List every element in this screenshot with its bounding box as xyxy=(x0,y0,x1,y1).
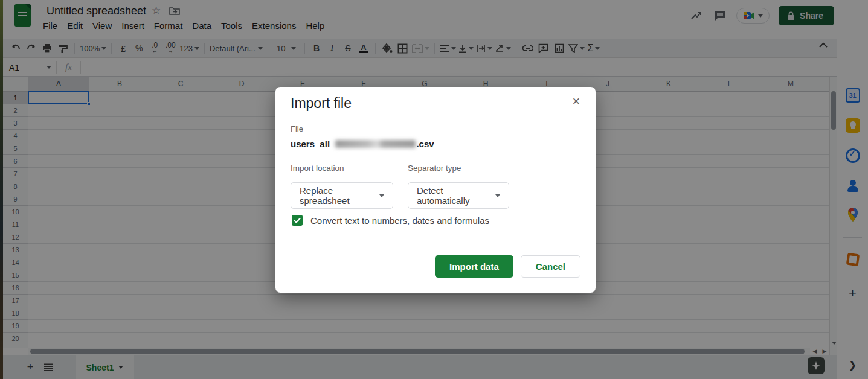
redacted-filename-segment xyxy=(335,140,416,148)
cancel-button[interactable]: Cancel xyxy=(521,255,580,278)
import-location-select[interactable]: Replace spreadsheet xyxy=(291,182,393,209)
convert-text-checkbox[interactable] xyxy=(292,215,303,226)
import-location-label: Import location xyxy=(291,164,344,173)
import-data-button[interactable]: Import data xyxy=(435,255,513,278)
import-file-dialog: Import file × File users_all_.csv Import… xyxy=(275,87,596,293)
close-icon[interactable]: × xyxy=(567,92,586,111)
filename: users_all_.csv xyxy=(291,139,434,149)
google-sheets-window: Untitled spreadsheet ☆ FileEditViewInser… xyxy=(0,0,868,379)
file-label: File xyxy=(291,124,303,133)
separator-type-caret-icon xyxy=(495,194,500,197)
dialog-title: Import file xyxy=(291,95,352,112)
convert-text-label: Convert text to numbers, dates and formu… xyxy=(310,215,489,226)
separator-type-label: Separator type xyxy=(408,164,461,173)
check-icon xyxy=(294,217,301,223)
import-location-caret-icon xyxy=(379,194,384,197)
separator-type-select[interactable]: Detect automatically xyxy=(408,182,509,209)
